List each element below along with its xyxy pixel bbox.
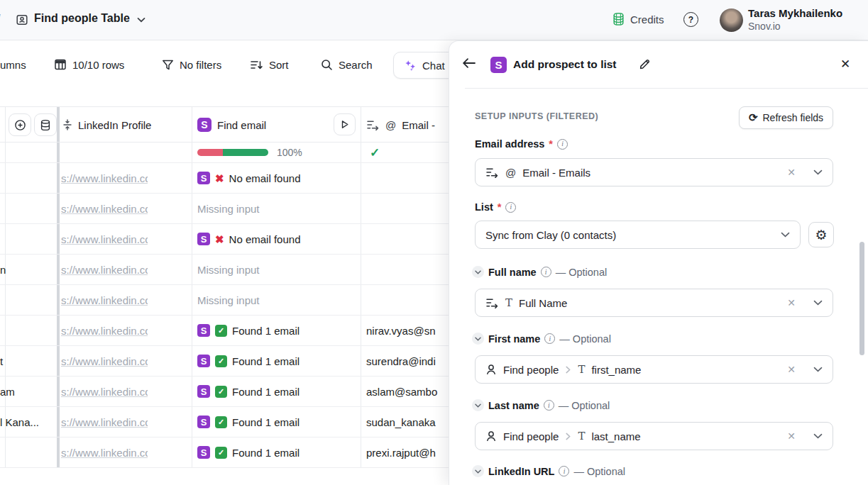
- progress-percent: 100%: [277, 147, 302, 158]
- chevron-down-icon[interactable]: [813, 367, 823, 372]
- table-header: LinkedIn Profile S Find email @ Email -: [0, 107, 449, 143]
- sparkles-icon: [404, 59, 417, 72]
- name-cell: t: [0, 346, 54, 376]
- chevron-down-icon[interactable]: [813, 169, 823, 175]
- clear-icon[interactable]: ✕: [787, 430, 796, 442]
- text-type-icon: T: [505, 298, 512, 308]
- clear-icon[interactable]: ✕: [787, 364, 796, 375]
- chevron-down-icon: [781, 232, 790, 238]
- linkedin-link[interactable]: s://www.linkedin.co...: [61, 285, 148, 315]
- user-menu[interactable]: Taras Mykhailenko Snov.io: [748, 7, 842, 33]
- chat-label: Chat: [422, 60, 445, 72]
- collapse-chevron-icon[interactable]: [472, 399, 484, 411]
- rows-count-button[interactable]: 10/10 rows: [54, 56, 124, 73]
- data-sources-button[interactable]: [34, 113, 57, 136]
- chevron-right-icon: [566, 366, 571, 374]
- find-email-cell: S ✓ Found 1 email: [197, 437, 357, 467]
- field-value: Email - Emails: [522, 167, 590, 179]
- chevron-down-icon[interactable]: [813, 300, 823, 306]
- refresh-label: Refresh fields: [762, 112, 823, 123]
- add-row-button[interactable]: [9, 113, 31, 136]
- linkedin-link[interactable]: s://www.linkedin.co...: [61, 407, 148, 437]
- collapse-chevron-icon[interactable]: [472, 333, 484, 345]
- chevron-down-icon[interactable]: [137, 17, 145, 23]
- list-select[interactable]: Sync from Clay (0 contacts): [475, 221, 801, 249]
- sort-label: Sort: [269, 59, 289, 71]
- last-name-field[interactable]: Find people T last_name ✕: [475, 422, 833, 450]
- snov-logo: S: [197, 385, 210, 398]
- field-value: Full Name: [519, 297, 567, 309]
- first-name-field[interactable]: Find people T first_name ✕: [475, 355, 833, 384]
- status-text: Found 1 email: [232, 355, 300, 367]
- full-name-field[interactable]: T Full Name ✕: [475, 289, 833, 317]
- chevron-down-icon[interactable]: [813, 433, 823, 439]
- run-column-button[interactable]: [334, 113, 356, 135]
- clear-icon[interactable]: ✕: [787, 167, 796, 178]
- email-address-field[interactable]: @ Email - Emails ✕: [475, 158, 833, 186]
- table-row: s://www.linkedin.co... S ✓ Found 1 email…: [0, 316, 449, 346]
- columns-button[interactable]: umns: [0, 56, 26, 73]
- field-value: first_name: [591, 364, 641, 376]
- avatar[interactable]: [720, 9, 743, 32]
- list-label: List* i: [475, 201, 516, 213]
- collapse-vertical-icon: [62, 119, 72, 130]
- search-button[interactable]: Search: [321, 56, 373, 73]
- progress-bar: [197, 149, 268, 156]
- info-icon[interactable]: i: [557, 139, 568, 150]
- column-header-linkedin[interactable]: LinkedIn Profile: [62, 107, 151, 143]
- info-icon[interactable]: i: [505, 202, 516, 213]
- snov-logo: S: [490, 57, 507, 73]
- linkedin-link[interactable]: s://www.linkedin.co...: [61, 194, 148, 223]
- info-icon[interactable]: i: [544, 400, 554, 411]
- clear-icon[interactable]: ✕: [787, 297, 796, 308]
- status-text: Found 1 email: [232, 447, 300, 459]
- help-button[interactable]: ?: [683, 12, 698, 27]
- table-toolbar: umns 10/10 rows No filters Sort: [0, 40, 449, 89]
- columns-label: umns: [0, 59, 26, 71]
- column-header-find-email[interactable]: S Find email: [197, 107, 266, 143]
- source-name: Find people: [503, 364, 559, 376]
- email-cell: sudan_kanaka: [366, 407, 447, 437]
- name-cell: [0, 285, 54, 315]
- linkedin-link[interactable]: s://www.linkedin.co...: [61, 316, 148, 345]
- find-email-cell: S ✓ Found 1 email: [197, 346, 357, 376]
- list-arrow-icon: [485, 297, 499, 308]
- email-cell: prexi.rajput@h: [366, 437, 447, 467]
- linkedin-link[interactable]: s://www.linkedin.co...: [61, 255, 148, 284]
- edit-pencil-icon[interactable]: [639, 57, 652, 70]
- find-email-cell: S ✖ No email found: [197, 224, 357, 254]
- column-header-email[interactable]: @ Email -: [366, 107, 435, 143]
- sort-button[interactable]: Sort: [250, 56, 289, 73]
- refresh-fields-button[interactable]: ⟳ Refresh fields: [739, 106, 833, 129]
- info-icon[interactable]: i: [559, 466, 569, 476]
- linkedin-link[interactable]: s://www.linkedin.co...: [61, 437, 148, 467]
- list-settings-button[interactable]: ⚙: [808, 222, 834, 247]
- rows-count-label: 10/10 rows: [72, 59, 124, 71]
- filters-button[interactable]: No filters: [162, 56, 221, 73]
- table-row: s://www.linkedin.co... Missing input: [0, 285, 449, 316]
- linkedin-link[interactable]: s://www.linkedin.co...: [61, 224, 148, 254]
- close-button[interactable]: ✕: [840, 57, 850, 72]
- panel-scrollbar[interactable]: [859, 242, 864, 355]
- email-cell: nirav.vyas@sn: [366, 316, 447, 345]
- find-email-cell: S ✓ Found 1 email: [197, 407, 357, 437]
- linkedin-link[interactable]: s://www.linkedin.co...: [61, 346, 148, 376]
- collapse-chevron-icon[interactable]: [472, 266, 484, 278]
- collapse-chevron-icon[interactable]: [472, 465, 484, 477]
- info-icon[interactable]: i: [541, 267, 551, 277]
- page-title[interactable]: Find people Table: [34, 12, 130, 25]
- back-button[interactable]: [462, 57, 476, 69]
- linkedin-link[interactable]: s://www.linkedin.co...: [61, 377, 148, 406]
- status-text: Found 1 email: [232, 325, 300, 337]
- text-type-icon: T: [578, 364, 585, 375]
- snov-logo: S: [197, 233, 210, 245]
- table-row: s://www.linkedin.co... S ✓ Found 1 email…: [0, 437, 449, 468]
- info-icon[interactable]: i: [544, 333, 555, 344]
- search-icon: [321, 59, 333, 71]
- person-icon: [485, 430, 497, 442]
- list-arrow-icon: [485, 167, 499, 178]
- credits-button[interactable]: Credits: [612, 12, 664, 26]
- snov-logo: S: [197, 324, 210, 337]
- last-name-label: Last name i — Optional: [472, 399, 610, 411]
- linkedin-link[interactable]: s://www.linkedin.co...: [61, 163, 148, 193]
